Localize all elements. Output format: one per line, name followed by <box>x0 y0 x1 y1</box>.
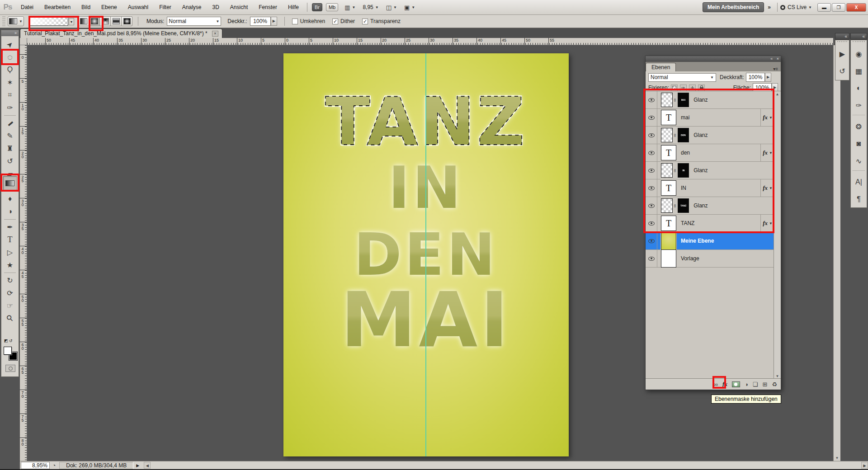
path-selection-tool[interactable]: ▷ <box>3 246 17 258</box>
new-group-button[interactable]: ❏ <box>753 381 758 388</box>
layer-row-den[interactable]: T den fx▼ <box>646 144 774 162</box>
mask-thumbnail[interactable]: DEN <box>678 128 689 142</box>
actions-panel-button[interactable]: ▶ <box>835 45 849 62</box>
layer-row-in[interactable]: T IN fx▼ <box>646 179 774 197</box>
opacity-field[interactable]: 100% <box>250 17 271 26</box>
visibility-toggle[interactable] <box>646 179 657 197</box>
screen-mode-icon[interactable]: ▣ <box>404 4 410 11</box>
image-layer-thumbnail[interactable] <box>661 232 676 250</box>
scroll-down-icon[interactable]: ▼ <box>835 456 839 460</box>
menu-bild[interactable]: Bild <box>76 0 96 14</box>
radial-gradient-button[interactable] <box>89 16 100 26</box>
panel-close-icon[interactable]: × <box>777 56 779 61</box>
menu-ebene[interactable]: Ebene <box>96 0 123 14</box>
opacity-slider-arrow[interactable]: ▶ <box>271 17 277 26</box>
mask-thumbnail[interactable]: TANZ <box>678 198 689 213</box>
menu-filter[interactable]: Filter <box>154 0 177 14</box>
dither-checkbox[interactable]: ✓ <box>332 19 338 24</box>
arrange-documents-icon[interactable]: ◫ <box>386 4 392 11</box>
new-layer-button[interactable]: ⊞ <box>762 381 767 388</box>
masks-panel-button[interactable]: ◙ <box>851 135 867 152</box>
visibility-toggle[interactable] <box>646 127 657 144</box>
clone-stamp-tool[interactable]: ♜ <box>3 142 17 154</box>
close-button[interactable]: X <box>846 3 866 12</box>
visibility-toggle[interactable] <box>646 109 657 126</box>
layer-opacity-arrow[interactable]: ▶ <box>765 73 771 82</box>
layer-thumbnail[interactable] <box>661 198 673 213</box>
orbit-3d-tool[interactable]: ⟳ <box>3 287 17 299</box>
visibility-toggle[interactable] <box>646 91 657 108</box>
mask-thumbnail[interactable]: IN <box>678 163 689 178</box>
layer-thumbnail[interactable] <box>661 128 673 142</box>
lock-transparency-icon[interactable] <box>671 85 678 91</box>
dodge-tool[interactable]: ◑ <box>3 206 17 217</box>
fx-expand-icon[interactable]: ▼ <box>769 116 773 120</box>
visibility-toggle[interactable] <box>646 162 657 179</box>
visibility-toggle[interactable] <box>646 215 657 232</box>
eyedropper-tool[interactable]: ✑ <box>3 102 17 113</box>
reflected-gradient-button[interactable] <box>111 16 122 26</box>
layer-row-glanz-den[interactable]: ∞ DEN Glanz <box>646 127 774 144</box>
document-canvas[interactable]: TANZ TANZ TANZ IN DEN MAI <box>283 53 569 456</box>
color-swatches[interactable] <box>4 347 17 360</box>
character-panel-button[interactable]: A| <box>851 174 867 191</box>
paths-panel-button[interactable]: ∿ <box>851 152 867 169</box>
gradient-picker-arrow[interactable]: ▼ <box>69 18 74 25</box>
layers-scrollbar[interactable]: ▲ ▼ <box>774 91 781 379</box>
mask-thumbnail[interactable]: MAI <box>678 93 689 107</box>
pen-tool[interactable]: ✒ <box>3 221 17 233</box>
menu-ansicht[interactable]: Ansicht <box>225 0 253 14</box>
vertical-scrollbar[interactable]: ▲ ▼ <box>833 45 840 461</box>
visibility-toggle[interactable] <box>646 232 657 249</box>
fx-expand-icon[interactable]: ▼ <box>769 151 773 155</box>
rotate-3d-tool[interactable]: ↻ <box>3 274 17 286</box>
layer-row-glanz-in[interactable]: ∞ IN Glanz <box>646 162 774 179</box>
linear-gradient-button[interactable] <box>78 16 89 26</box>
layer-row-vorlage[interactable]: Vorlage <box>646 250 774 268</box>
menu-auswahl[interactable]: Auswahl <box>123 0 154 14</box>
fx-expand-icon[interactable]: ▼ <box>769 186 773 190</box>
blend-mode-select[interactable]: Normal ▼ <box>167 17 221 26</box>
minimize-button[interactable]: ▬ <box>817 3 831 12</box>
fx-badge[interactable]: fx <box>763 184 768 192</box>
blur-tool[interactable]: ♦ <box>3 193 17 205</box>
healing-brush-tool[interactable]: ▬ <box>3 117 17 129</box>
cs-live-menu[interactable]: CS Live <box>788 4 807 10</box>
layer-row-tanz[interactable]: T TANZ fx▼ <box>646 215 774 232</box>
vertical-ruler[interactable]: 05101520253035404550556065707580 <box>20 45 27 461</box>
view-extras-icon[interactable]: ▥ <box>344 4 350 11</box>
angle-gradient-button[interactable] <box>100 16 111 26</box>
lock-position-icon[interactable]: ✛ <box>689 85 696 91</box>
layer-blend-mode-select[interactable]: Normal ▼ <box>648 73 716 82</box>
swatches-panel-button[interactable]: ▦ <box>851 62 867 80</box>
default-colors-icon[interactable]: ◩ ↺ <box>4 338 13 343</box>
image-layer-thumbnail[interactable] <box>661 249 676 268</box>
tab-ebenen[interactable]: Ebenen <box>646 63 676 71</box>
gradient-tool-preset-button[interactable]: ▼ <box>8 16 24 26</box>
fx-badge[interactable]: fx <box>763 220 768 227</box>
history-panel-button[interactable]: ↺ <box>835 62 849 80</box>
brush-tool[interactable]: ✎ <box>3 130 17 141</box>
panel-collapse-icon[interactable]: « <box>770 56 773 61</box>
lock-pixels-icon[interactable]: ✑ <box>680 85 687 91</box>
layer-style-button[interactable]: fx <box>722 381 727 388</box>
layer-thumbnail[interactable] <box>661 93 673 107</box>
hscroll-right-icon[interactable]: ▶ <box>861 462 868 469</box>
diamond-gradient-button[interactable] <box>122 16 132 26</box>
fx-badge[interactable]: fx <box>763 114 768 121</box>
layers-panel-titlebar[interactable]: « × <box>646 56 781 62</box>
scroll-down-icon[interactable]: ▼ <box>776 374 779 378</box>
quick-mask-button[interactable] <box>5 365 15 372</box>
brushes-panel-button[interactable]: ✑ <box>851 97 867 114</box>
fx-expand-icon[interactable]: ▼ <box>769 221 773 226</box>
gradient-tool[interactable] <box>3 176 17 190</box>
menu-fenster[interactable]: Fenster <box>253 0 283 14</box>
tab-close-icon[interactable]: × <box>212 31 218 37</box>
zoom-level-field[interactable]: 8,95 <box>363 4 373 10</box>
layer-thumbnail[interactable] <box>661 163 673 178</box>
text-layer-thumbnail[interactable]: T <box>661 145 676 160</box>
status-expand-icon[interactable]: ▶ <box>136 463 139 468</box>
umkehren-checkbox[interactable] <box>292 19 298 24</box>
scroll-up-icon[interactable]: ▲ <box>776 92 779 96</box>
layer-row-meine-ebene[interactable]: Meine Ebene <box>646 232 774 250</box>
